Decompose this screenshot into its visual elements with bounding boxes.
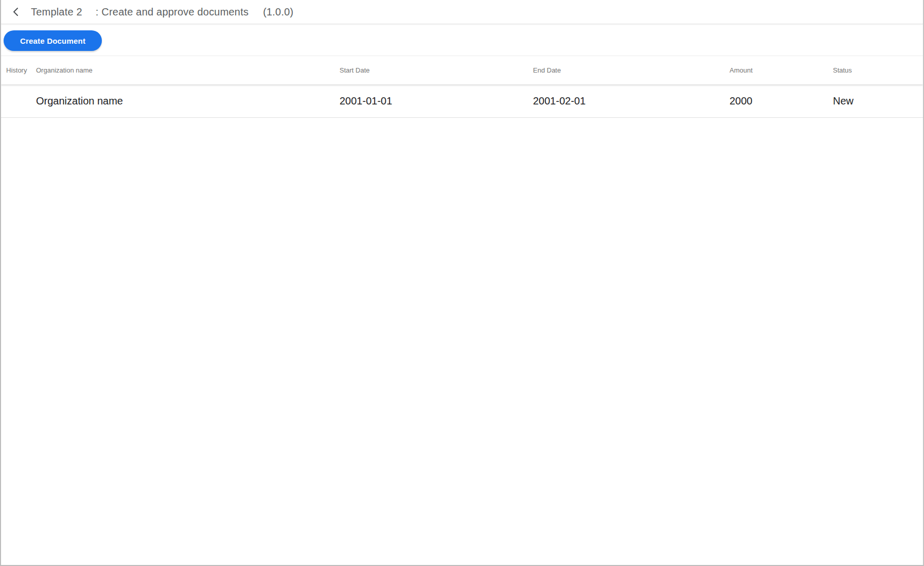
page-title: Template 2 : Create and approve document… [31,6,293,18]
column-header-amount: Amount [730,66,833,74]
table-row[interactable]: Organization name 2001-01-01 2001-02-01 … [1,84,923,118]
row-amount-cell: 2000 [730,95,833,107]
chevron-left-icon [11,7,21,17]
column-header-history: History [6,66,36,74]
column-header-end-date: End Date [533,66,730,74]
template-version: (1.0.0) [263,6,293,18]
create-document-button[interactable]: Create Document [4,30,102,51]
column-header-organization-name: Organization name [36,66,340,74]
row-start-date-cell: 2001-01-01 [340,95,533,107]
row-organization-cell: Organization name [36,95,340,107]
toolbar: Create Document [1,24,923,51]
app-header: Template 2 : Create and approve document… [1,0,923,24]
table-header-row: History Organization name Start Date End… [1,56,923,84]
row-end-date-cell: 2001-02-01 [533,95,730,107]
column-header-start-date: Start Date [340,66,533,74]
column-header-status: Status [833,66,923,74]
template-description: : Create and approve documents [96,6,248,18]
template-name: Template 2 [31,6,82,18]
documents-table: History Organization name Start Date End… [1,56,923,118]
row-status-cell: New [833,95,923,107]
back-button[interactable] [9,5,23,19]
